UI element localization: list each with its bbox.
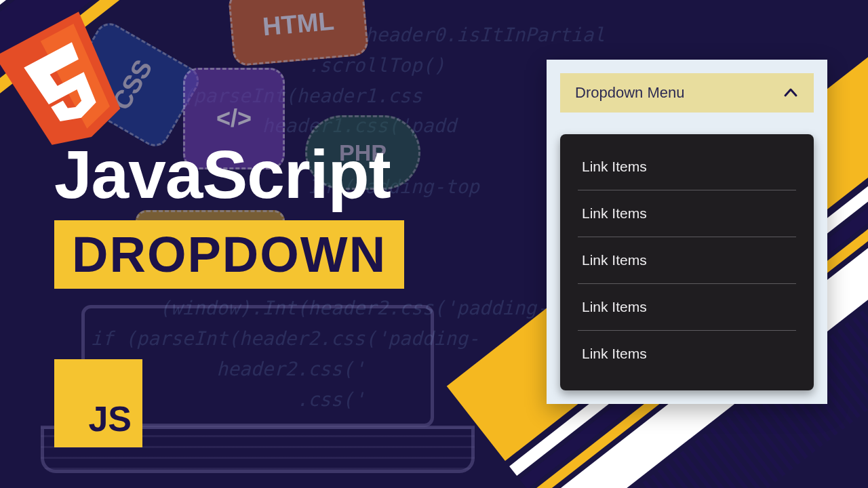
dropdown-item[interactable]: Link Items [578, 190, 796, 237]
html-badge-icon: HTML [228, 0, 370, 67]
dropdown-item[interactable]: Link Items [578, 284, 796, 331]
dropdown-item[interactable]: Link Items [578, 331, 796, 377]
chevron-up-icon [783, 85, 799, 101]
dropdown-item[interactable]: Link Items [578, 144, 796, 190]
dropdown-panel: Dropdown Menu Link Items Link Items Link… [547, 60, 827, 404]
dropdown-list: Link Items Link Items Link Items Link It… [560, 134, 814, 390]
title-block: JavaScript DROPDOWN [54, 136, 404, 289]
dropdown-toggle[interactable]: Dropdown Menu [560, 73, 814, 113]
dropdown-item[interactable]: Link Items [578, 237, 796, 284]
js-badge: JS [54, 359, 142, 447]
dropdown-header-label: Dropdown Menu [575, 84, 684, 102]
title-sub: DROPDOWN [54, 220, 404, 289]
title-main: JavaScript [54, 136, 404, 214]
js-badge-label: JS [88, 399, 132, 439]
